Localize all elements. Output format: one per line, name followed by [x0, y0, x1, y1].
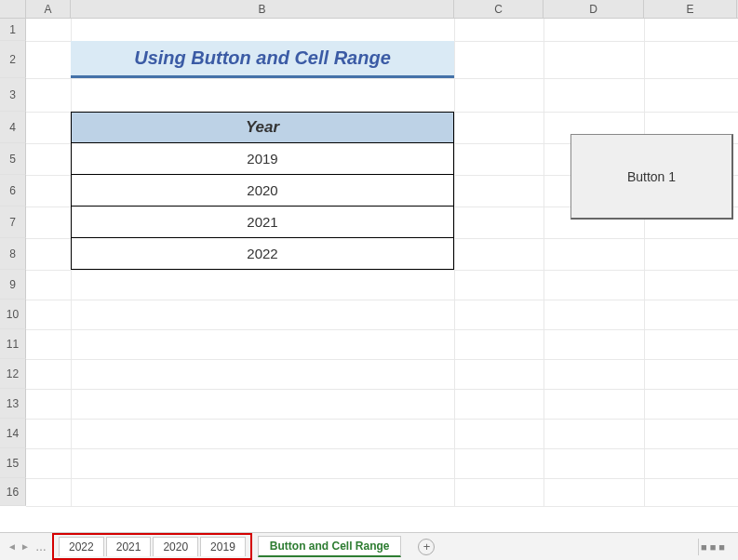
- tab-overflow-icon[interactable]: …: [35, 540, 47, 553]
- sheet-tab-2022[interactable]: 2022: [59, 537, 104, 556]
- row-header-4[interactable]: 4: [0, 112, 26, 143]
- col-header-A[interactable]: A: [26, 0, 71, 18]
- table-row[interactable]: 2020: [71, 175, 454, 207]
- sheet-tab-2019[interactable]: 2019: [200, 537, 246, 556]
- select-all-corner[interactable]: [0, 0, 26, 18]
- sheet-tab-bar: ◄ ► … 2022 2021 2020 2019 Button and Cel…: [0, 532, 738, 560]
- highlighted-tabs-group: 2022 2021 2020 2019: [52, 533, 252, 560]
- row-header-15[interactable]: 15: [0, 448, 26, 478]
- row-header-9[interactable]: 9: [0, 270, 26, 300]
- row-header-2[interactable]: 2: [0, 41, 26, 78]
- sheet-tab-active[interactable]: Button and Cell Range: [258, 536, 402, 557]
- add-sheet-button[interactable]: +: [418, 539, 435, 555]
- row-header-8[interactable]: 8: [0, 238, 26, 270]
- sheet-tab-2020[interactable]: 2020: [153, 537, 198, 556]
- sheet-tab-2021[interactable]: 2021: [106, 537, 152, 556]
- table-row[interactable]: 2021: [71, 207, 454, 238]
- divider: [698, 539, 699, 555]
- table-row[interactable]: 2019: [71, 143, 454, 175]
- column-headers: A B C D E: [0, 0, 738, 19]
- row-headers: 1 2 3 4 5 6 7 8 9 10 11 12 13 14 15 16: [0, 19, 26, 506]
- tab-nav-next-icon[interactable]: ►: [19, 538, 32, 556]
- row-header-14[interactable]: 14: [0, 419, 26, 448]
- col-header-B[interactable]: B: [71, 0, 454, 18]
- row-header-13[interactable]: 13: [0, 389, 26, 419]
- worksheet-area: A B C D E 1 2 3 4 5 6 7 8 9 10 11 12 13 …: [0, 0, 738, 532]
- cell-grid[interactable]: Using Button and Cell Range Year 2019 20…: [26, 19, 738, 506]
- table-header-year[interactable]: Year: [71, 112, 454, 143]
- col-header-D[interactable]: D: [543, 0, 644, 18]
- col-header-C[interactable]: C: [454, 0, 543, 18]
- row-header-3[interactable]: 3: [0, 78, 26, 112]
- macro-button-1[interactable]: Button 1: [570, 134, 733, 220]
- row-header-11[interactable]: 11: [0, 329, 26, 359]
- tab-options-icon[interactable]: ■ ■ ■: [701, 541, 725, 553]
- row-header-16[interactable]: 16: [0, 478, 26, 506]
- row-header-1[interactable]: 1: [0, 19, 26, 41]
- row-header-6[interactable]: 6: [0, 175, 26, 207]
- row-header-5[interactable]: 5: [0, 143, 26, 175]
- page-title[interactable]: Using Button and Cell Range: [71, 41, 454, 78]
- row-header-7[interactable]: 7: [0, 207, 26, 238]
- col-header-E[interactable]: E: [644, 0, 737, 18]
- row-header-12[interactable]: 12: [0, 359, 26, 389]
- row-header-10[interactable]: 10: [0, 300, 26, 329]
- table-row[interactable]: 2022: [71, 238, 454, 270]
- tab-nav-prev-icon[interactable]: ◄: [6, 538, 19, 556]
